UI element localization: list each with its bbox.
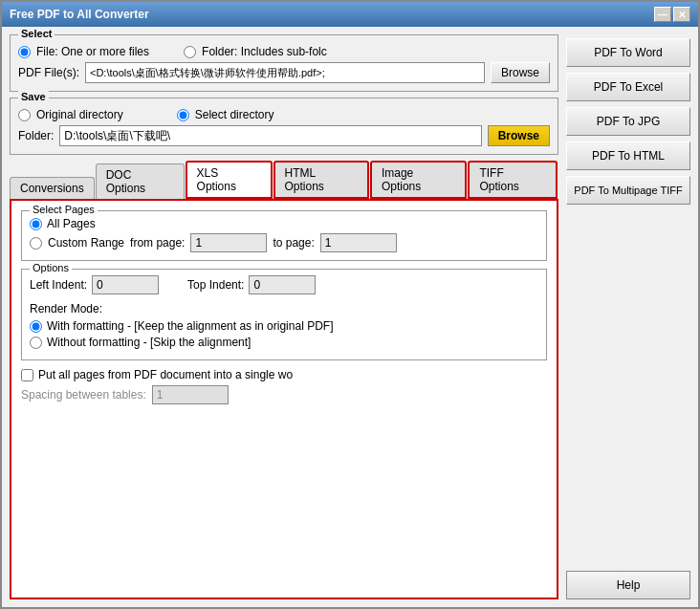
- pdf-files-label: PDF File(s):: [18, 66, 79, 79]
- render-mode-label: Render Mode:: [30, 302, 538, 315]
- select-pages-group: Select Pages All Pages Custom Range from…: [21, 210, 547, 261]
- to-page-label: to page:: [273, 236, 314, 250]
- without-formatting-label: Without formatting - [Skip the alignment…: [47, 336, 251, 349]
- left-indent-input[interactable]: [92, 275, 159, 294]
- tab-html-options[interactable]: HTML Options: [273, 161, 369, 199]
- title-bar: Free PDF to All Converter — ✕: [2, 2, 698, 27]
- indent-row: Left Indent: Top Indent:: [30, 275, 538, 294]
- all-pages-label: All Pages: [47, 217, 96, 230]
- folder-radio[interactable]: [184, 46, 196, 58]
- top-indent-label: Top Indent:: [187, 278, 244, 292]
- file-radio-label: File: One or more files: [36, 45, 149, 58]
- with-formatting-radio[interactable]: [30, 320, 42, 333]
- select-group-title: Select: [18, 28, 55, 39]
- pdf-browse-button[interactable]: Browse: [491, 62, 550, 83]
- main-content: Select File: One or more files Folder: I…: [2, 27, 698, 607]
- spacing-label: Spacing between tables:: [21, 388, 146, 402]
- file-radio[interactable]: [18, 46, 31, 58]
- pdf-to-word-button[interactable]: PDF To Word: [566, 38, 690, 67]
- single-file-checkbox[interactable]: [21, 369, 33, 381]
- tab-image-options[interactable]: Image Options: [370, 161, 468, 199]
- spacing-row: Spacing between tables:: [21, 385, 547, 404]
- tab-doc-options[interactable]: DOC Options: [96, 163, 185, 199]
- left-indent-field: Left Indent:: [30, 275, 159, 294]
- all-pages-radio[interactable]: [30, 218, 42, 230]
- top-indent-field: Top Indent:: [187, 275, 316, 294]
- top-indent-input[interactable]: [249, 275, 316, 294]
- save-group-title: Save: [18, 91, 49, 102]
- from-page-label: from page:: [130, 236, 185, 250]
- tab-tiff-options[interactable]: TIFF Options: [468, 161, 558, 199]
- original-dir-radio[interactable]: [18, 109, 31, 121]
- save-group: Save Original directory Select directory…: [10, 98, 558, 155]
- tabs-bar: Conversions DOC Options XLS Options HTML…: [10, 161, 558, 199]
- left-indent-label: Left Indent:: [30, 278, 87, 292]
- options-group: Options Left Indent: Top Indent: Ren: [21, 269, 547, 360]
- window-title: Free PDF to All Converter: [10, 8, 149, 21]
- with-formatting-label: With formatting - [Keep the alignment as…: [47, 319, 333, 333]
- from-page-input[interactable]: [190, 233, 267, 252]
- pdf-to-excel-button[interactable]: PDF To Excel: [566, 73, 690, 101]
- minimize-button[interactable]: —: [654, 7, 671, 22]
- folder-input[interactable]: [59, 125, 481, 146]
- custom-range-row: Custom Range from page: to page:: [30, 233, 538, 252]
- select-pages-title: Select Pages: [30, 204, 98, 215]
- close-button[interactable]: ✕: [673, 7, 690, 22]
- tab-xls-options[interactable]: XLS Options: [186, 161, 273, 199]
- custom-range-radio[interactable]: [30, 237, 42, 250]
- single-file-row: Put all pages from PDF document into a s…: [21, 368, 547, 381]
- folder-browse-button[interactable]: Browse: [488, 125, 550, 146]
- without-formatting-option: Without formatting - [Skip the alignment…: [30, 336, 538, 349]
- pdf-to-html-button[interactable]: PDF To HTML: [566, 141, 690, 170]
- right-panel: PDF To Word PDF To Excel PDF To JPG PDF …: [566, 34, 690, 599]
- folder-row: Folder: Browse: [18, 125, 550, 146]
- main-window: Free PDF to All Converter — ✕ Select Fil…: [0, 0, 700, 609]
- custom-range-label: Custom Range: [48, 236, 124, 250]
- pdf-files-input[interactable]: [85, 62, 485, 83]
- without-formatting-radio[interactable]: [30, 337, 42, 349]
- options-title: Options: [30, 262, 72, 273]
- pdf-files-row: PDF File(s): Browse: [18, 62, 550, 83]
- window-controls: — ✕: [654, 7, 690, 22]
- select-group: Select File: One or more files Folder: I…: [10, 34, 558, 92]
- with-formatting-option: With formatting - [Keep the alignment as…: [30, 319, 538, 333]
- pdf-to-tiff-button[interactable]: PDF To Multipage TIFF: [566, 176, 690, 205]
- original-dir-label: Original directory: [36, 108, 123, 121]
- select-dir-radio[interactable]: [177, 109, 189, 121]
- all-pages-option: All Pages: [30, 217, 538, 230]
- tab-content-xls: Select Pages All Pages Custom Range from…: [10, 199, 558, 599]
- help-button[interactable]: Help: [566, 571, 690, 599]
- left-panel: Select File: One or more files Folder: I…: [10, 34, 558, 599]
- spacing-input[interactable]: [152, 385, 229, 404]
- single-file-label: Put all pages from PDF document into a s…: [38, 368, 293, 381]
- tabs-area: Conversions DOC Options XLS Options HTML…: [10, 161, 558, 599]
- to-page-input[interactable]: [320, 233, 397, 252]
- select-dir-label: Select directory: [195, 108, 274, 121]
- folder-label: Folder:: [18, 129, 54, 142]
- tab-conversions[interactable]: Conversions: [10, 177, 95, 199]
- folder-radio-label: Folder: Includes sub-folc: [202, 45, 327, 58]
- pdf-to-jpg-button[interactable]: PDF To JPG: [566, 107, 690, 136]
- file-radio-row: File: One or more files Folder: Includes…: [18, 45, 550, 58]
- save-radio-row: Original directory Select directory: [18, 108, 550, 121]
